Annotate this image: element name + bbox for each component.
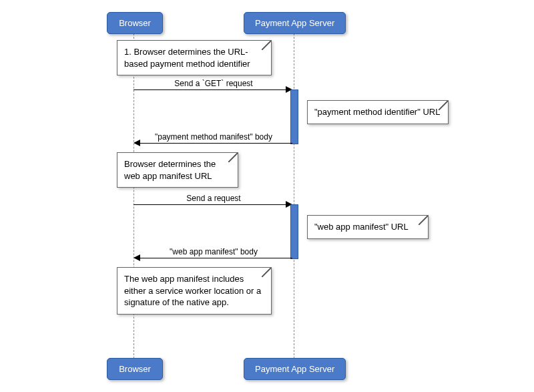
label: Payment App Server [255,364,334,374]
msg-text: Send a request [186,194,240,203]
note-text: Browser determines the web app manifest … [124,159,216,181]
note-text: "web app manifest" URL [314,222,409,232]
note-text: "payment method identifier" URL [314,107,440,117]
msg-text: "payment method manifest" body [155,132,272,142]
arrow [134,204,287,205]
note-3: Browser determines the web app manifest … [117,152,238,188]
note-4: "web app manifest" URL [307,215,429,239]
note-1: 1. Browser determines the URL-based paym… [117,40,272,75]
note-fold-icon [262,41,271,50]
message-webapp-body: "web app manifest" body [134,247,294,256]
note-fold-icon [228,153,238,162]
arrow [134,89,287,90]
arrow-head-icon [134,254,140,261]
note-text: The web app manifest includes either a s… [124,274,261,307]
arrow [140,143,292,144]
label: Payment App Server [255,18,334,28]
message-manifest-body: "payment method manifest" body [134,132,294,142]
lifeline-server [294,33,294,359]
label: Browser [119,18,151,28]
arrow-head-icon [134,140,140,146]
note-5: The web app manifest includes either a s… [117,267,272,315]
note-fold-icon [262,268,271,277]
participant-browser-top: Browser [107,12,163,34]
note-fold-icon [419,216,428,225]
label: Browser [119,364,151,374]
message-get-request: Send a `GET` request [134,79,294,88]
participant-server-top: Payment App Server [244,12,346,34]
note-2: "payment method identifier" URL [307,100,449,124]
msg-text: Send a `GET` request [174,79,252,88]
note-fold-icon [439,101,448,110]
sequence-diagram: Browser Payment App Server Browser Payme… [0,0,534,392]
message-send-request: Send a request [134,194,294,203]
note-text: 1. Browser determines the URL-based paym… [124,47,250,69]
participant-browser-bottom: Browser [107,358,163,380]
arrow [140,258,292,258]
participant-server-bottom: Payment App Server [244,358,346,380]
msg-text: "web app manifest" body [170,247,258,256]
